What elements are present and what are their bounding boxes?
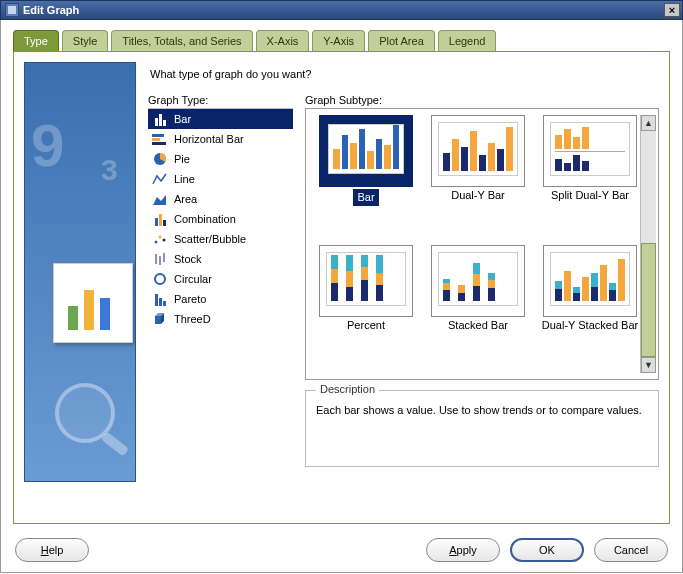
graph-type-list: Bar Horizontal Bar Pie — [148, 108, 293, 329]
subtype-scrollbar[interactable]: ▲ ▼ — [640, 115, 656, 373]
graph-type-bar[interactable]: Bar — [148, 109, 293, 129]
scroll-thumb[interactable] — [641, 243, 656, 357]
subtype-percent[interactable]: Percent — [316, 245, 416, 365]
graph-type-label-text: Area — [174, 193, 197, 205]
tab-content: 9 3 What type of graph do you want? Grap… — [13, 51, 670, 524]
graph-type-pie[interactable]: Pie — [148, 149, 293, 169]
svg-point-2 — [155, 241, 158, 244]
tab-plot-area[interactable]: Plot Area — [368, 30, 435, 51]
subtype-split-dual-y-bar[interactable]: Split Dual-Y Bar — [540, 115, 640, 235]
graph-type-label-text: Circular — [174, 273, 212, 285]
graph-type-combination[interactable]: Combination — [148, 209, 293, 229]
graph-type-label: Graph Type: — [148, 94, 293, 106]
main-area: What type of graph do you want? Graph Ty… — [148, 62, 659, 513]
subtype-label: Bar — [353, 189, 378, 206]
tab-style[interactable]: Style — [62, 30, 108, 51]
graph-type-label-text: Line — [174, 173, 195, 185]
area-icon — [152, 192, 168, 206]
scroll-down-button[interactable]: ▼ — [641, 357, 656, 373]
subtype-label: Stacked Bar — [448, 319, 508, 332]
help-button[interactable]: Help — [15, 538, 89, 562]
circular-icon — [152, 272, 168, 286]
graph-type-stock[interactable]: Stock — [148, 249, 293, 269]
ok-button[interactable]: OK — [510, 538, 584, 562]
tab-x-axis[interactable]: X-Axis — [256, 30, 310, 51]
graph-type-column: Graph Type: Bar Horizontal — [148, 94, 293, 513]
tab-bar: Type Style Titles, Totals, and Series X-… — [1, 20, 682, 51]
graph-subtype-column: Graph Subtype: — [305, 94, 659, 513]
pie-icon — [152, 152, 168, 166]
titlebar: Edit Graph × — [0, 0, 683, 20]
cancel-button[interactable]: Cancel — [594, 538, 668, 562]
scroll-track-top[interactable] — [641, 131, 656, 243]
tab-legend[interactable]: Legend — [438, 30, 497, 51]
tab-titles-totals-series[interactable]: Titles, Totals, and Series — [111, 30, 252, 51]
bar-icon — [152, 112, 168, 126]
description-text: Each bar shows a value. Use to show tren… — [316, 403, 648, 418]
scatter-icon — [152, 232, 168, 246]
graph-type-threed[interactable]: ThreeD — [148, 309, 293, 329]
dialog-body: Type Style Titles, Totals, and Series X-… — [0, 20, 683, 573]
graph-type-label-text: Combination — [174, 213, 236, 225]
dialog-button-row: Help Apply OK Cancel — [1, 530, 682, 572]
threed-icon — [152, 312, 168, 326]
graph-type-label-text: Scatter/Bubble — [174, 233, 246, 245]
subtype-label: Split Dual-Y Bar — [551, 189, 629, 202]
app-icon — [5, 3, 19, 17]
horizontal-bar-icon — [152, 132, 168, 146]
tab-type[interactable]: Type — [13, 30, 59, 51]
graph-subtype-label: Graph Subtype: — [305, 94, 659, 106]
graph-type-area[interactable]: Area — [148, 189, 293, 209]
window-title: Edit Graph — [23, 4, 79, 16]
subtype-dual-y-stacked-bar[interactable]: Dual-Y Stacked Bar — [540, 245, 640, 365]
svg-rect-9 — [155, 316, 161, 324]
stock-icon — [152, 252, 168, 266]
svg-marker-1 — [153, 195, 166, 205]
graph-subtype-panel: Bar — [305, 108, 659, 380]
scroll-up-button[interactable]: ▲ — [641, 115, 656, 131]
svg-point-4 — [163, 239, 166, 242]
graph-type-pareto[interactable]: Pareto — [148, 289, 293, 309]
graph-type-label-text: Pareto — [174, 293, 206, 305]
graph-type-label-text: Stock — [174, 253, 202, 265]
graph-type-label-text: Horizontal Bar — [174, 133, 244, 145]
graph-type-scatter-bubble[interactable]: Scatter/Bubble — [148, 229, 293, 249]
subtype-bar[interactable]: Bar — [316, 115, 416, 235]
graph-type-line[interactable]: Line — [148, 169, 293, 189]
svg-point-3 — [159, 236, 162, 239]
subtype-stacked-bar[interactable]: Stacked Bar — [428, 245, 528, 365]
description-legend: Description — [316, 383, 379, 395]
graph-type-circular[interactable]: Circular — [148, 269, 293, 289]
graph-type-label-text: Pie — [174, 153, 190, 165]
subtype-label: Dual-Y Stacked Bar — [542, 319, 638, 332]
prompt-text: What type of graph do you want? — [150, 68, 659, 80]
svg-point-8 — [155, 274, 165, 284]
pareto-icon — [152, 292, 168, 306]
subtype-label: Dual-Y Bar — [451, 189, 505, 202]
apply-button[interactable]: Apply — [426, 538, 500, 562]
line-icon — [152, 172, 168, 186]
graph-type-label-text: Bar — [174, 113, 191, 125]
subtype-label: Percent — [347, 319, 385, 332]
description-box: Description Each bar shows a value. Use … — [305, 390, 659, 467]
graph-type-label-text: ThreeD — [174, 313, 211, 325]
tab-y-axis[interactable]: Y-Axis — [312, 30, 365, 51]
subtype-dual-y-bar[interactable]: Dual-Y Bar — [428, 115, 528, 235]
graph-type-horizontal-bar[interactable]: Horizontal Bar — [148, 129, 293, 149]
combination-icon — [152, 212, 168, 226]
side-illustration: 9 3 — [24, 62, 136, 482]
close-button[interactable]: × — [664, 3, 680, 17]
